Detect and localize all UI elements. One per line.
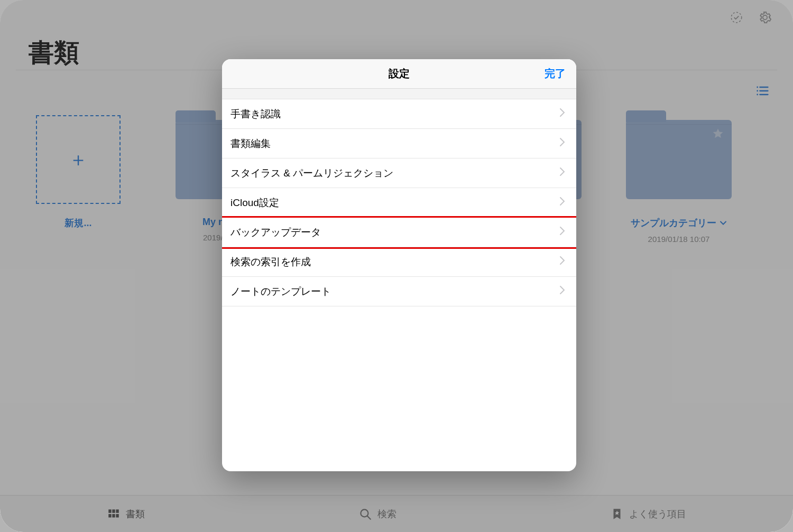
chevron-right-icon bbox=[559, 167, 566, 179]
settings-row[interactable]: 検索の索引を作成 bbox=[222, 247, 576, 277]
settings-row-label: iCloud設定 bbox=[230, 196, 279, 210]
settings-row-label: スタイラス & パームリジェクション bbox=[230, 166, 393, 180]
settings-row-label: バックアップデータ bbox=[230, 226, 321, 239]
settings-row[interactable]: ノートのテンプレート bbox=[222, 277, 576, 306]
settings-row[interactable]: スタイラス & パームリジェクション bbox=[222, 158, 576, 188]
chevron-right-icon bbox=[559, 137, 566, 150]
settings-list: 手書き認識書類編集スタイラス & パームリジェクションiCloud設定バックアッ… bbox=[222, 99, 576, 306]
modal-section-gap bbox=[222, 89, 576, 99]
settings-row[interactable]: iCloud設定 bbox=[222, 188, 576, 218]
done-button[interactable]: 完了 bbox=[545, 59, 566, 88]
settings-row-label: 手書き認識 bbox=[230, 107, 281, 121]
settings-row[interactable]: 書類編集 bbox=[222, 129, 576, 158]
settings-modal: 設定 完了 手書き認識書類編集スタイラス & パームリジェクションiCloud設… bbox=[222, 59, 576, 471]
chevron-right-icon bbox=[559, 197, 566, 209]
chevron-right-icon bbox=[559, 256, 566, 268]
modal-title: 設定 bbox=[389, 67, 410, 81]
settings-row[interactable]: 手書き認識 bbox=[222, 99, 576, 129]
chevron-right-icon bbox=[559, 108, 566, 120]
settings-row-label: ノートのテンプレート bbox=[230, 285, 331, 298]
chevron-right-icon bbox=[559, 226, 566, 238]
settings-row[interactable]: バックアップデータ bbox=[222, 218, 576, 247]
settings-row-label: 書類編集 bbox=[230, 137, 271, 151]
modal-header: 設定 完了 bbox=[222, 59, 576, 89]
chevron-right-icon bbox=[559, 285, 566, 297]
settings-row-label: 検索の索引を作成 bbox=[230, 255, 311, 269]
